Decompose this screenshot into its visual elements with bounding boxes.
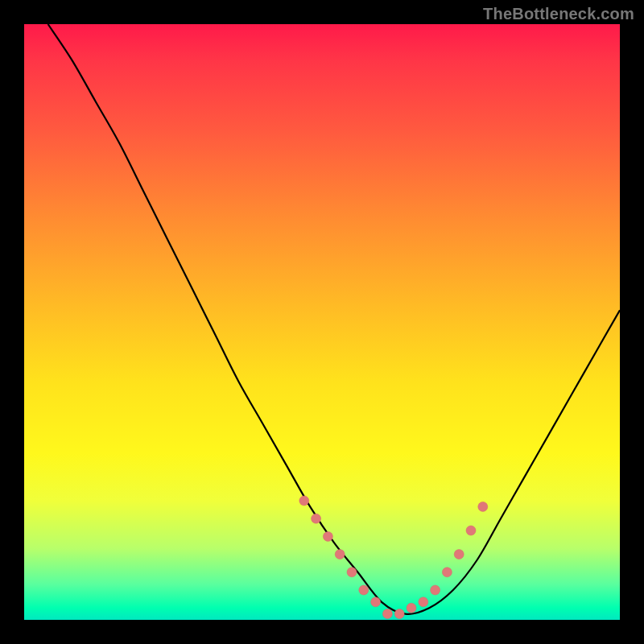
data-point (454, 550, 464, 559)
data-point (478, 502, 488, 511)
data-point (359, 585, 369, 595)
data-point (323, 531, 332, 541)
data-point (466, 526, 476, 535)
data-point (371, 597, 381, 607)
curve-svg (24, 24, 620, 620)
watermark-text: TheBottleneck.com (483, 5, 634, 23)
data-point (407, 603, 416, 613)
chart-container: TheBottleneck.com (0, 0, 644, 644)
bottleneck-curve (48, 24, 620, 614)
data-point (382, 609, 392, 619)
plot-area (24, 24, 620, 620)
data-point (299, 496, 309, 506)
data-points (299, 496, 488, 619)
data-point (335, 550, 345, 559)
data-point (312, 514, 321, 523)
data-point (431, 585, 440, 595)
data-point (419, 597, 428, 607)
data-point (347, 568, 357, 577)
data-point (442, 568, 452, 577)
data-point (394, 609, 404, 619)
